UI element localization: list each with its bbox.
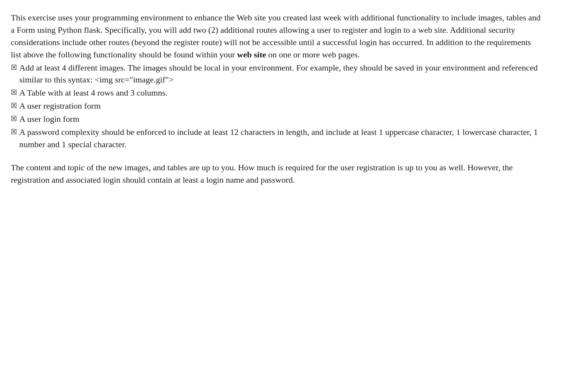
requirements-list: ☒ Add at least 4 different images. The i… xyxy=(11,62,543,151)
bullet-icon-4: ☒ xyxy=(11,114,17,124)
bullet-icon-5: ☒ xyxy=(11,127,17,137)
bullet-text-4: A user login form xyxy=(19,113,79,125)
page-content: This exercise uses your programming envi… xyxy=(11,12,543,186)
bullet-icon-3: ☒ xyxy=(11,101,17,111)
bullet-text-3: A user registration form xyxy=(19,100,101,112)
bullet-text-5: A password complexity should be enforced… xyxy=(19,126,543,151)
intro-end: on one or more web pages. xyxy=(268,50,360,59)
list-item: ☒ A user registration form xyxy=(11,100,543,112)
intro-text: This exercise uses your programming envi… xyxy=(11,12,543,61)
list-item: ☒ A password complexity should be enforc… xyxy=(11,126,543,151)
list-item: ☒ A user login form xyxy=(11,113,543,125)
list-item: ☒ A Table with at least 4 rows and 3 col… xyxy=(11,87,543,99)
closing-paragraph: The content and topic of the new images,… xyxy=(11,161,543,186)
bullet-text-2: A Table with at least 4 rows and 3 colum… xyxy=(19,87,167,99)
list-item: ☒ Add at least 4 different images. The i… xyxy=(11,62,543,86)
bold-web-site: web site xyxy=(237,50,266,59)
bullet-text-1: Add at least 4 different images. The ima… xyxy=(19,62,543,86)
bullet-icon-2: ☒ xyxy=(11,87,17,97)
bullet-icon-1: ☒ xyxy=(11,62,17,72)
